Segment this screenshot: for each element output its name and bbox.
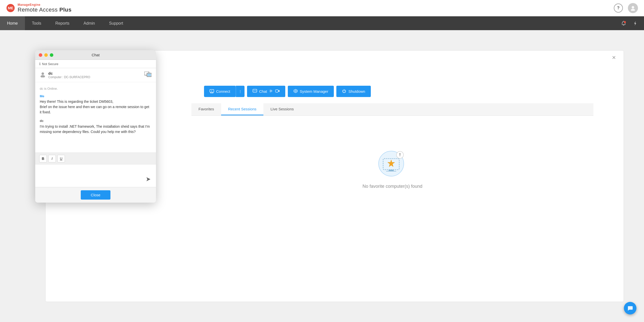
chat-send-button[interactable]	[144, 175, 152, 185]
floating-chat-button[interactable]	[624, 302, 636, 314]
tab-live-sessions[interactable]: Live Sessions	[263, 103, 301, 115]
chat-icon	[253, 89, 257, 94]
lightning-icon	[632, 21, 638, 26]
svg-point-3	[631, 9, 635, 11]
send-icon	[146, 177, 151, 182]
brand-logo: ME ManageEngine Remote Access Plus	[6, 3, 71, 13]
remote-connect-icon	[210, 89, 214, 93]
connect-icon	[210, 89, 214, 94]
chat-messages: dc is Online. Me Hey there! This is rega…	[35, 82, 156, 153]
brand-bar: ME ManageEngine Remote Access Plus ?	[0, 0, 644, 16]
notifications-button[interactable]	[619, 19, 628, 28]
brand-right-controls: ?	[614, 3, 638, 13]
empty-state-icon: !	[376, 146, 409, 179]
svg-rect-16	[275, 90, 278, 92]
connect-more-button[interactable]: ⋮	[236, 86, 245, 97]
empty-state-text: No favorite computer(s) found	[363, 184, 422, 189]
chat-bubble-icon	[253, 89, 257, 93]
chat-label: Chat	[259, 89, 267, 94]
connect-button[interactable]: Connect	[204, 86, 236, 97]
window-controls	[39, 53, 53, 57]
svg-point-17	[295, 90, 296, 92]
chat-user-header: dc Computer : DC-SURFACEPRO	[35, 68, 156, 82]
main-content: ✕ Connect ⋮	[0, 30, 644, 322]
chat-status-text: dc is Online.	[40, 86, 151, 91]
chat-titlebar: Chat	[35, 50, 156, 60]
window-maximize-button[interactable]	[50, 53, 53, 57]
svg-point-27	[41, 75, 45, 77]
bold-button[interactable]: B	[39, 155, 47, 162]
system-manager-label: System Manager	[300, 89, 328, 94]
nav-item-admin[interactable]: Admin	[76, 16, 102, 30]
window-minimize-button[interactable]	[44, 53, 48, 57]
brand-title: ManageEngine Remote Access Plus	[18, 3, 71, 13]
chat-sender-dc: dc	[40, 118, 151, 123]
connect-button-group: Connect ⋮	[204, 86, 245, 97]
svg-point-14	[256, 90, 256, 91]
chat-user-avatar-icon	[40, 71, 46, 79]
nav-items: Home Tools Reports Admin Support	[0, 16, 130, 30]
system-manager-button[interactable]: System Manager	[288, 86, 334, 97]
svg-point-26	[42, 72, 44, 75]
shutdown-button[interactable]: Shutdown	[336, 86, 371, 97]
chat-input-area	[35, 164, 156, 187]
help-button[interactable]: ?	[614, 4, 623, 13]
chat-computer: Computer : DC-SURFACEPRO	[48, 75, 90, 79]
nav-item-support[interactable]: Support	[102, 16, 130, 30]
user-avatar[interactable]	[628, 3, 638, 13]
nav-item-reports[interactable]: Reports	[48, 16, 76, 30]
svg-text:!: !	[399, 153, 400, 157]
chat-button[interactable]: Chat	[247, 86, 285, 97]
system-manager-icon	[293, 89, 298, 94]
svg-point-5	[624, 21, 626, 23]
chat-format-toolbar: B I U	[35, 153, 156, 164]
action-buttons-row: Connect ⋮ Chat	[196, 81, 593, 102]
info-icon: ℹ	[39, 62, 41, 66]
chat-user-info: dc Computer : DC-SURFACEPRO	[40, 71, 90, 79]
manageengine-logo-icon: ME	[6, 4, 15, 13]
tab-recent-sessions[interactable]: Recent Sessions	[221, 103, 264, 115]
connect-label: Connect	[216, 89, 230, 94]
svg-text:ME: ME	[8, 6, 13, 10]
nav-item-tools[interactable]: Tools	[25, 16, 48, 30]
tab-favorites[interactable]: Favorites	[191, 103, 221, 115]
chat-close-button[interactable]: Close	[81, 190, 110, 200]
panel-close-button[interactable]: ✕	[609, 53, 619, 62]
tabs-row: Favorites Recent Sessions Live Sessions	[191, 103, 593, 116]
svg-marker-6	[634, 21, 636, 26]
chat-sender-me: Me	[40, 94, 151, 99]
empty-state: ! No favorite computer(s) found	[191, 131, 593, 204]
bell-icon	[621, 21, 626, 26]
brand-name-bottom: Remote Access Plus	[18, 7, 71, 13]
chat-window: Chat ℹ Not Secure dc Computer : DC-SURFA…	[35, 50, 156, 203]
svg-point-12	[254, 90, 254, 91]
lightning-button[interactable]	[630, 19, 640, 28]
nav-bar: Home Tools Reports Admin Support	[0, 16, 644, 30]
chat-message-1: Hey there! This is regarding the ticket …	[40, 99, 151, 115]
chat-user-details: dc Computer : DC-SURFACEPRO	[48, 71, 90, 79]
video-icon	[275, 89, 280, 94]
italic-button[interactable]: I	[48, 155, 56, 162]
svg-rect-30	[147, 74, 151, 76]
voice-icon	[269, 89, 273, 94]
svg-marker-31	[146, 177, 150, 181]
shutdown-icon	[342, 89, 346, 94]
chat-input-field[interactable]	[39, 169, 142, 185]
svg-point-13	[255, 90, 255, 91]
avatar-icon	[630, 5, 636, 11]
chat-close-area: Close	[35, 187, 156, 203]
not-secure-bar: ℹ Not Secure	[35, 60, 156, 68]
chat-message-2: I'm trying to install .NET framework, Th…	[40, 124, 151, 134]
remote-desktop-icon[interactable]	[144, 72, 151, 78]
nav-right-controls	[619, 16, 644, 30]
window-close-button[interactable]	[39, 53, 42, 57]
chat-window-title: Chat	[92, 53, 100, 57]
underline-button[interactable]: U	[57, 155, 65, 162]
chat-username: dc	[48, 71, 90, 75]
floating-chat-icon	[627, 305, 633, 311]
svg-point-15	[270, 90, 272, 92]
svg-rect-4	[623, 25, 624, 25]
nav-item-home[interactable]: Home	[0, 16, 25, 30]
svg-point-2	[632, 6, 634, 9]
shutdown-label: Shutdown	[348, 89, 365, 94]
